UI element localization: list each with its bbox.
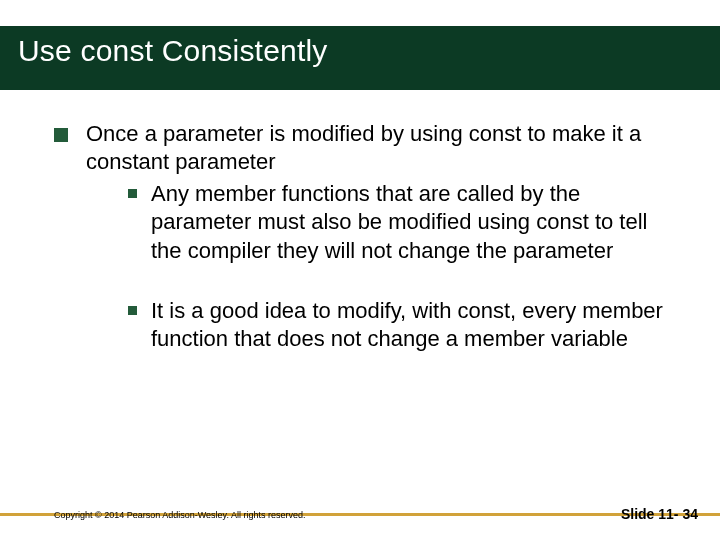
slide-number: Slide 11- 34: [621, 506, 698, 522]
bullet-text: It is a good idea to modify, with const,…: [151, 297, 676, 353]
bullet-text: Once a parameter is modified by using co…: [86, 120, 676, 176]
copyright-text: Copyright © 2014 Pearson Addison-Wesley.…: [54, 510, 305, 520]
list-item: It is a good idea to modify, with const,…: [128, 297, 676, 353]
square-bullet-icon: [54, 128, 68, 142]
footer: Copyright © 2014 Pearson Addison-Wesley.…: [0, 496, 720, 526]
bullet-text: Any member functions that are called by …: [151, 180, 676, 264]
slide-body: Once a parameter is modified by using co…: [54, 120, 676, 357]
square-bullet-icon: [128, 189, 137, 198]
list-item: Once a parameter is modified by using co…: [54, 120, 676, 353]
title-bar: Use const Consistently: [0, 26, 720, 90]
slide: Use const Consistently Once a parameter …: [0, 0, 720, 540]
square-bullet-icon: [128, 306, 137, 315]
slide-title: Use const Consistently: [18, 34, 702, 68]
list-item: Any member functions that are called by …: [128, 180, 676, 264]
